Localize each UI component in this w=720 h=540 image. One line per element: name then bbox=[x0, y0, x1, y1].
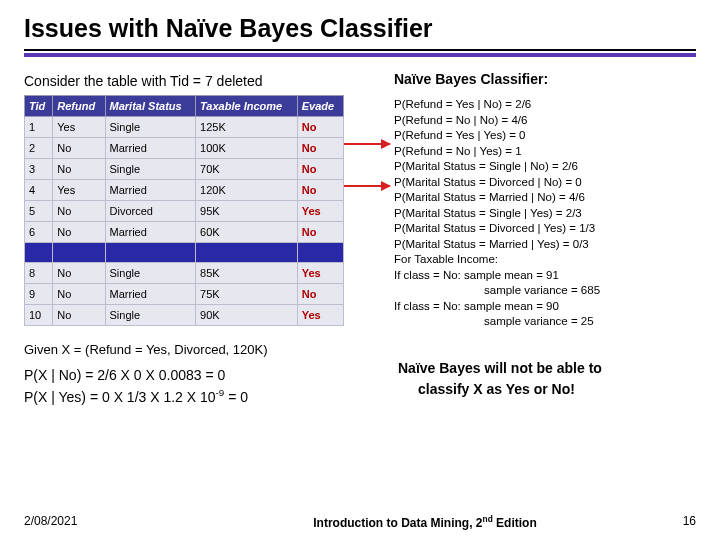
cell-marital: Married bbox=[105, 284, 196, 305]
cell-tid bbox=[25, 243, 53, 263]
cell-refund: No bbox=[53, 138, 105, 159]
example-given: Given X = (Refund = Yes, Divorced, 120K) bbox=[24, 340, 394, 360]
prob-line: P(Marital Status = Single | No) = 2/6 bbox=[394, 159, 696, 175]
cell-marital: Married bbox=[105, 222, 196, 243]
conclusion-line-1: Naïve Bayes will not be able to bbox=[398, 358, 696, 379]
conclusion-block: Naïve Bayes will not be able to classify… bbox=[394, 340, 696, 408]
cell-income: 100K bbox=[196, 138, 298, 159]
cell-evade: No bbox=[297, 138, 343, 159]
prob-line: P(Marital Status = Married | No) = 4/6 bbox=[394, 190, 696, 206]
intro-right-heading: Naïve Bayes Classifier: bbox=[364, 67, 696, 89]
cell-marital: Single bbox=[105, 159, 196, 180]
arrow-1 bbox=[344, 143, 390, 145]
footer-center: Introduction to Data Mining, 2nd Edition bbox=[194, 514, 656, 530]
cell-income: 125K bbox=[196, 117, 298, 138]
cell-evade: No bbox=[297, 159, 343, 180]
cell-income: 75K bbox=[196, 284, 298, 305]
probability-list: P(Refund = Yes | No) = 2/6P(Refund = No … bbox=[344, 95, 696, 330]
cell-income bbox=[196, 243, 298, 263]
cell-refund: Yes bbox=[53, 117, 105, 138]
cell-refund: No bbox=[53, 263, 105, 284]
cell-tid: 2 bbox=[25, 138, 53, 159]
arrow-2 bbox=[344, 185, 390, 187]
prob-line: If class = No: sample mean = 90 bbox=[394, 299, 696, 315]
cell-refund: No bbox=[53, 305, 105, 326]
data-table: Tid Refund Marital Status Taxable Income… bbox=[24, 95, 344, 326]
prob-line: P(Refund = Yes | No) = 2/6 bbox=[394, 97, 696, 113]
table-row: 3NoSingle70KNo bbox=[25, 159, 344, 180]
footer-page: 16 bbox=[656, 514, 696, 530]
table-row: 5NoDivorced95KYes bbox=[25, 201, 344, 222]
footer-date: 2/08/2021 bbox=[24, 514, 194, 530]
cell-refund: No bbox=[53, 159, 105, 180]
cell-marital bbox=[105, 243, 196, 263]
cell-tid: 9 bbox=[25, 284, 53, 305]
cell-refund: No bbox=[53, 201, 105, 222]
prob-line: sample variance = 685 bbox=[394, 283, 696, 299]
prob-line: For Taxable Income: bbox=[394, 252, 696, 268]
data-table-wrap: Tid Refund Marital Status Taxable Income… bbox=[24, 95, 344, 330]
calc-line-1: P(X | No) = 2/6 X 0 X 0.0083 = 0 bbox=[24, 365, 394, 386]
prob-line: P(Marital Status = Single | Yes) = 2/3 bbox=[394, 206, 696, 222]
cell-refund bbox=[53, 243, 105, 263]
cell-income: 95K bbox=[196, 201, 298, 222]
cell-evade: Yes bbox=[297, 305, 343, 326]
table-row: 1YesSingle125KNo bbox=[25, 117, 344, 138]
cell-income: 70K bbox=[196, 159, 298, 180]
prob-line: P(Refund = No | Yes) = 1 bbox=[394, 144, 696, 160]
prob-line: P(Marital Status = Divorced | No) = 0 bbox=[394, 175, 696, 191]
intro-left-text: Consider the table with Tid = 7 deleted bbox=[24, 67, 364, 89]
title-rule bbox=[24, 49, 696, 57]
cell-refund: No bbox=[53, 284, 105, 305]
col-evade: Evade bbox=[297, 96, 343, 117]
table-row: 9NoMarried75KNo bbox=[25, 284, 344, 305]
cell-evade: Yes bbox=[297, 201, 343, 222]
cell-refund: Yes bbox=[53, 180, 105, 201]
cell-tid: 4 bbox=[25, 180, 53, 201]
cell-income: 120K bbox=[196, 180, 298, 201]
col-marital: Marital Status bbox=[105, 96, 196, 117]
cell-evade: No bbox=[297, 117, 343, 138]
cell-tid: 5 bbox=[25, 201, 53, 222]
prob-line: P(Refund = Yes | Yes) = 0 bbox=[394, 128, 696, 144]
cell-tid: 8 bbox=[25, 263, 53, 284]
cell-tid: 10 bbox=[25, 305, 53, 326]
table-row: 6NoMarried60KNo bbox=[25, 222, 344, 243]
cell-tid: 3 bbox=[25, 159, 53, 180]
footer: 2/08/2021 Introduction to Data Mining, 2… bbox=[0, 514, 720, 530]
cell-marital: Married bbox=[105, 180, 196, 201]
cell-evade: Yes bbox=[297, 263, 343, 284]
col-refund: Refund bbox=[53, 96, 105, 117]
cell-marital: Single bbox=[105, 305, 196, 326]
table-row: 2NoMarried100KNo bbox=[25, 138, 344, 159]
conclusion-line-2: classify X as Yes or No! bbox=[398, 379, 696, 400]
col-income: Taxable Income bbox=[196, 96, 298, 117]
prob-line: P(Marital Status = Divorced | Yes) = 1/3 bbox=[394, 221, 696, 237]
calc-line-2: P(X | Yes) = 0 X 1/3 X 1.2 X 10-9 = 0 bbox=[24, 386, 394, 408]
slide-title: Issues with Naïve Bayes Classifier bbox=[0, 0, 720, 49]
cell-marital: Divorced bbox=[105, 201, 196, 222]
cell-marital: Married bbox=[105, 138, 196, 159]
cell-refund: No bbox=[53, 222, 105, 243]
table-row: 8NoSingle85KYes bbox=[25, 263, 344, 284]
cell-evade bbox=[297, 243, 343, 263]
cell-income: 90K bbox=[196, 305, 298, 326]
cell-evade: No bbox=[297, 222, 343, 243]
col-tid: Tid bbox=[25, 96, 53, 117]
prob-line: sample variance = 25 bbox=[394, 314, 696, 330]
example-block: Given X = (Refund = Yes, Divorced, 120K)… bbox=[24, 340, 394, 408]
cell-income: 60K bbox=[196, 222, 298, 243]
prob-line: If class = No: sample mean = 91 bbox=[394, 268, 696, 284]
cell-tid: 1 bbox=[25, 117, 53, 138]
table-row: 4YesMarried120KNo bbox=[25, 180, 344, 201]
table-row: 10NoSingle90KYes bbox=[25, 305, 344, 326]
cell-income: 85K bbox=[196, 263, 298, 284]
cell-evade: No bbox=[297, 180, 343, 201]
table-row bbox=[25, 243, 344, 263]
prob-line: P(Refund = No | No) = 4/6 bbox=[394, 113, 696, 129]
cell-marital: Single bbox=[105, 263, 196, 284]
cell-evade: No bbox=[297, 284, 343, 305]
cell-tid: 6 bbox=[25, 222, 53, 243]
prob-line: P(Marital Status = Married | Yes) = 0/3 bbox=[394, 237, 696, 253]
cell-marital: Single bbox=[105, 117, 196, 138]
